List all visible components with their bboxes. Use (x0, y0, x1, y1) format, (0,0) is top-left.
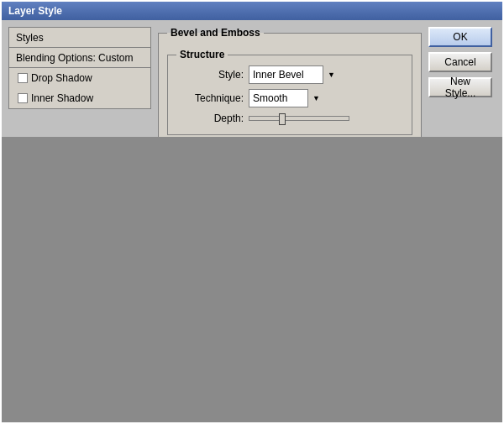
technique-select[interactable]: Smooth Chisel Hard Chisel Soft (249, 89, 324, 107)
drop-shadow-label: Drop Shadow (31, 72, 92, 84)
sidebar-item-inner-shadow[interactable]: Inner Shadow (9, 88, 150, 108)
inner-shadow-label: Inner Shadow (31, 92, 93, 104)
drop-shadow-checkbox[interactable] (18, 73, 28, 83)
depth-slider-thumb[interactable] (279, 113, 286, 125)
structure-fieldset: Structure Style: Inner Bevel Outer Bevel… (167, 49, 412, 135)
technique-row: Technique: Smooth Chisel Hard Chisel Sof… (176, 89, 403, 107)
depth-slider-container (249, 116, 349, 121)
depth-row: Depth: (176, 113, 403, 124)
new-style-button[interactable]: New Style... (428, 77, 492, 97)
style-select-wrapper: Inner Bevel Outer Bevel Emboss Pillow Em… (249, 65, 339, 84)
sidebar-item-blending-options[interactable]: Blending Options: Custom (9, 48, 150, 68)
depth-slider-track[interactable] (249, 116, 349, 121)
style-label: Style: (176, 69, 244, 81)
style-row: Style: Inner Bevel Outer Bevel Emboss Pi… (176, 65, 403, 84)
bevel-emboss-legend: Bevel and Emboss (167, 27, 264, 39)
sidebar-styles-label: Styles (16, 32, 44, 44)
technique-label: Technique: (176, 92, 244, 104)
title-bar: Layer Style (2, 2, 502, 20)
dialog-title: Layer Style (8, 5, 62, 17)
sidebar-blending-label: Blending Options: Custom (16, 52, 133, 64)
depth-label: Depth: (176, 113, 244, 124)
left-panel-list: Styles Blending Options: Custom Drop Sha… (8, 27, 151, 109)
inner-shadow-checkbox[interactable] (18, 93, 28, 103)
background-area (2, 137, 502, 422)
structure-legend: Structure (176, 49, 228, 60)
cancel-button[interactable]: Cancel (428, 52, 492, 72)
style-select[interactable]: Inner Bevel Outer Bevel Emboss Pillow Em… (249, 65, 339, 84)
bevel-emboss-fieldset: Bevel and Emboss Structure Style: Inner … (158, 27, 422, 141)
sidebar-item-drop-shadow[interactable]: Drop Shadow (9, 68, 150, 88)
sidebar-item-styles[interactable]: Styles (9, 28, 150, 48)
technique-select-wrapper: Smooth Chisel Hard Chisel Soft ▼ (249, 89, 324, 107)
layer-style-dialog: Layer Style Styles Blending Options: Cus… (0, 0, 504, 424)
ok-button[interactable]: OK (428, 27, 492, 47)
